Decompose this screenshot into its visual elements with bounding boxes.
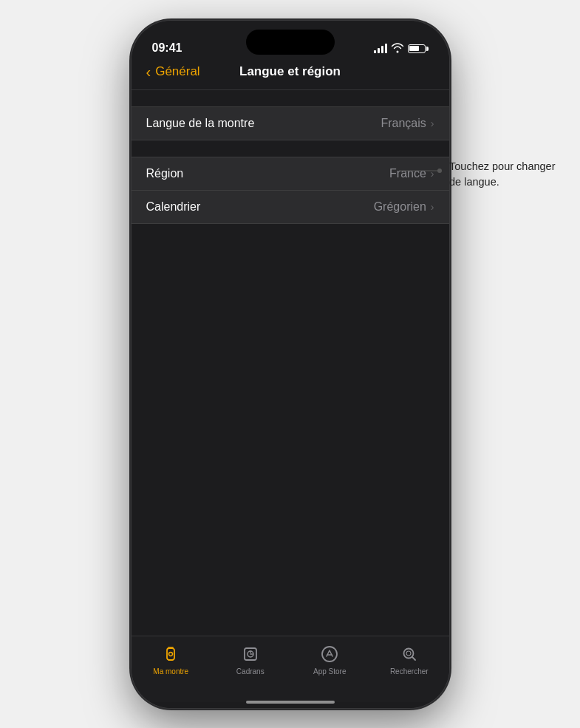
- langue-montre-row[interactable]: Langue de la montre Français ›: [132, 106, 449, 140]
- cadrans-icon: [240, 644, 261, 664]
- svg-rect-0: [167, 648, 174, 660]
- tab-rechercher-label: Rechercher: [390, 667, 429, 676]
- tab-ma-montre-label: Ma montre: [153, 667, 188, 676]
- svg-point-6: [322, 647, 337, 661]
- annotation-text: Touchez pour changer de langue.: [449, 159, 564, 190]
- tab-cadrans[interactable]: Cadrans: [211, 642, 290, 676]
- signal-icon: [374, 44, 387, 53]
- tab-app-store-label: App Store: [313, 667, 346, 676]
- page-title: Langue et région: [239, 64, 341, 79]
- back-label: Général: [155, 64, 199, 79]
- tab-app-store[interactable]: App Store: [290, 642, 370, 676]
- calendrier-label: Calendrier: [146, 200, 201, 214]
- langue-montre-value: Français: [381, 117, 426, 130]
- langue-montre-label: Langue de la montre: [146, 117, 255, 130]
- rechercher-icon: [399, 644, 420, 664]
- battery-icon: [408, 44, 429, 53]
- annotation-arrow: [399, 163, 443, 178]
- langue-montre-value-container: Français ›: [381, 117, 434, 130]
- calendrier-chevron-icon: ›: [431, 201, 434, 213]
- nav-header: ‹ Général Langue et région: [132, 61, 449, 89]
- ma-montre-icon: [160, 644, 181, 664]
- region-label: Région: [146, 167, 184, 180]
- screen: 09:41: [132, 21, 449, 708]
- status-icons: [374, 43, 429, 55]
- tab-cadrans-label: Cadrans: [236, 667, 265, 676]
- calendrier-row[interactable]: Calendrier Grégorien ›: [132, 191, 449, 224]
- svg-point-1: [169, 652, 173, 656]
- status-time: 09:41: [152, 41, 182, 55]
- home-indicator: [132, 702, 449, 708]
- langue-montre-chevron-icon: ›: [431, 118, 434, 129]
- tab-ma-montre[interactable]: Ma montre: [132, 642, 211, 676]
- app-store-icon: [319, 644, 340, 664]
- tab-rechercher[interactable]: Rechercher: [369, 642, 449, 676]
- language-section: Langue de la montre Français ›: [132, 106, 449, 140]
- phone-frame: 09:41: [132, 21, 449, 708]
- home-indicator-bar: [246, 701, 335, 704]
- page-wrapper: 09:41: [0, 0, 580, 728]
- dynamic-island: [246, 30, 335, 55]
- wifi-icon: [392, 43, 403, 55]
- svg-line-9: [412, 657, 415, 660]
- svg-point-12: [437, 169, 442, 173]
- back-button[interactable]: ‹ Général: [146, 64, 200, 81]
- svg-point-10: [406, 651, 411, 656]
- calendrier-value: Grégorien: [374, 200, 426, 214]
- tab-bar: Ma montre Cadrans: [132, 636, 449, 702]
- calendrier-value-container: Grégorien ›: [374, 200, 434, 214]
- annotation-container: Touchez pour changer de langue.: [449, 159, 564, 190]
- back-chevron-icon: ‹: [146, 64, 151, 81]
